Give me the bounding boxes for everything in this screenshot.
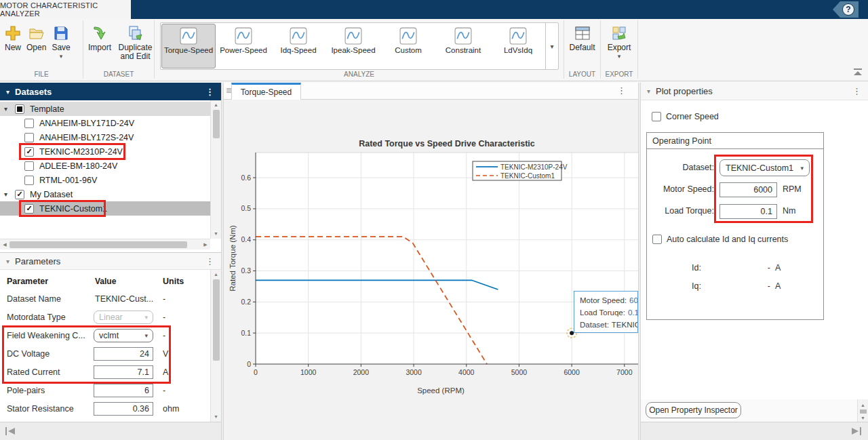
parameters-panel-header[interactable]: ▾ Parameters ⋮ xyxy=(0,252,221,270)
plot-properties-scrollbar[interactable]: ▲ ▼ xyxy=(857,399,868,424)
scrollbar-thumb[interactable] xyxy=(9,241,187,248)
scrollbar-thumb[interactable] xyxy=(213,279,220,361)
data-tip: Motor Speed:6000 Load Toruqe:0.1 Dataset… xyxy=(574,291,638,333)
gallery-item-power-speed[interactable]: Power-Speed xyxy=(216,24,271,68)
gallery-item-custom[interactable]: Custom xyxy=(381,24,435,68)
scroll-down-icon[interactable]: ▼ xyxy=(214,229,218,239)
operating-point-dataset-dropdown[interactable]: TEKNIC-Custom1 ▾ xyxy=(719,159,810,176)
datasets-panel-header[interactable]: ▾ Datasets ⋮ xyxy=(0,83,221,100)
svg-text:Rated Torque (Nm): Rated Torque (Nm) xyxy=(229,225,237,292)
tree-item-my-dataset[interactable]: ▾ ✓ My Dataset xyxy=(0,187,210,201)
rated-current-input[interactable] xyxy=(94,365,153,379)
gallery-item-ipeak-speed[interactable]: Ipeak-Speed xyxy=(326,24,380,68)
datasets-menu-icon[interactable]: ⋮ xyxy=(205,87,214,97)
scroll-up-icon[interactable]: ▲ xyxy=(214,100,218,110)
parameters-table: Parameter Value Units Dataset Name TEKNI… xyxy=(0,270,210,422)
document-menu-icon[interactable]: ⋮ xyxy=(617,85,626,96)
dataset-checkbox[interactable] xyxy=(24,119,34,128)
tree-item-teknic-m2310p[interactable]: ✓ TEKNIC-M2310P-24V xyxy=(0,144,210,159)
chevron-down-icon: ▾ xyxy=(144,314,148,321)
collapse-plot-properties-icon[interactable]: ▾ xyxy=(647,87,650,95)
import-button[interactable]: Import xyxy=(88,20,111,61)
corner-speed-checkbox[interactable] xyxy=(652,112,661,121)
tree-item-anaheim-bly172s[interactable]: ANAHEIM-BLY172S-24V xyxy=(0,130,210,144)
dc-voltage-input[interactable] xyxy=(94,347,153,361)
chevron-down-icon[interactable]: ▾ xyxy=(4,105,12,113)
open-property-inspector-button[interactable]: Open Property Inspector xyxy=(646,402,741,418)
right-panel-bottom-bar xyxy=(641,422,868,440)
tree-item-rtml-001[interactable]: RTML-001-96V xyxy=(0,173,210,187)
collapse-parameters-icon[interactable]: ▾ xyxy=(6,258,9,265)
svg-text:4000: 4000 xyxy=(458,368,475,376)
save-dropdown-icon[interactable]: ▾ xyxy=(60,54,63,59)
document-area: ≣ Torque-Speed ⋮ 01000200030004000500060… xyxy=(224,83,638,440)
collapse-panel-left-icon[interactable] xyxy=(5,427,16,435)
tab-torque-speed[interactable]: Torque-Speed xyxy=(231,83,301,100)
export-group-label: EXPORT xyxy=(601,71,637,78)
gallery-item-constraint[interactable]: Constraint xyxy=(436,24,490,68)
open-button[interactable]: Open xyxy=(26,20,46,59)
scroll-down-icon[interactable]: ▼ xyxy=(861,415,865,421)
stator-resistance-input[interactable] xyxy=(94,402,153,416)
chevron-down-icon: ▾ xyxy=(800,165,804,172)
tree-item-teknic-custom1[interactable]: ✓ TEKNIC-Custom1 xyxy=(0,201,210,216)
scroll-right-icon[interactable]: ▶ xyxy=(201,242,210,247)
toolstrip-tab-motor-characteristic-analyzer[interactable]: MOTOR CHARACTERISTIC ANALYZER xyxy=(0,0,131,19)
scroll-up-icon[interactable]: ▲ xyxy=(861,402,865,408)
plot-properties-header[interactable]: ▾ Plot properties ⋮ xyxy=(641,83,868,100)
field-weakening-dropdown[interactable]: vclmt ▾ xyxy=(94,329,153,342)
dataset-checkbox[interactable] xyxy=(24,161,34,171)
help-button[interactable]: ? xyxy=(833,1,859,18)
new-button[interactable]: New xyxy=(5,20,21,59)
datasets-horizontal-scrollbar[interactable]: ◀ ▶ xyxy=(0,239,210,249)
dataset-field-row: Dataset: TEKNIC-Custom1 ▾ xyxy=(647,159,823,177)
parameters-vertical-scrollbar[interactable]: ▲ ▼ xyxy=(210,270,221,422)
export-dropdown-icon[interactable]: ▾ xyxy=(618,54,621,59)
tree-item-adlee-bm-180[interactable]: ADLEE-BM-180-24V xyxy=(0,159,210,173)
scroll-left-icon[interactable]: ◀ xyxy=(0,242,9,247)
load-torque-input[interactable] xyxy=(719,204,777,219)
svg-text:Rated Torque vs Speed Drive Ch: Rated Torque vs Speed Drive Characterist… xyxy=(359,139,535,148)
scroll-down-icon[interactable]: ▼ xyxy=(214,412,218,422)
collapse-ribbon-icon[interactable] xyxy=(853,68,863,78)
expand-panel-right-icon[interactable] xyxy=(851,427,861,435)
chevron-down-icon[interactable]: ▾ xyxy=(4,191,12,198)
torque-speed-chart[interactable]: 0100020003000400050006000700000.10.20.30… xyxy=(224,100,638,440)
help-icon: ? xyxy=(842,3,854,16)
dataset-checkbox[interactable] xyxy=(24,176,34,185)
export-button[interactable]: Export ▾ xyxy=(608,20,631,59)
datasets-vertical-scrollbar[interactable]: ▲ ▼ xyxy=(210,100,221,239)
iq-row: Iq: - A xyxy=(647,280,823,294)
dataset-checkbox[interactable]: ✓ xyxy=(24,204,34,214)
main-area: ▾ Datasets ⋮ ▾ Template ANAHEIM-BLY171D-… xyxy=(0,83,868,440)
tree-item-template[interactable]: ▾ Template xyxy=(0,102,210,116)
plot-properties-menu-icon[interactable]: ⋮ xyxy=(852,86,861,96)
my-dataset-checkbox[interactable]: ✓ xyxy=(15,190,24,199)
sine-curve-icon xyxy=(235,27,252,45)
pole-pairs-input[interactable] xyxy=(94,384,153,397)
analyze-panel: ▾ Analyze ⋮ Corner Speed Operating Point… xyxy=(641,83,868,440)
tree-item-anaheim-bly171d[interactable]: ANAHEIM-BLY171D-24V xyxy=(0,116,210,130)
default-layout-button[interactable]: Default xyxy=(569,20,595,52)
scrollbar-thumb[interactable] xyxy=(213,110,220,138)
open-folder-icon xyxy=(28,25,45,41)
parameters-menu-icon[interactable]: ⋮ xyxy=(205,256,214,266)
template-checkbox[interactable] xyxy=(15,104,24,114)
scroll-up-icon[interactable]: ▲ xyxy=(214,270,218,279)
gallery-item-torque-speed[interactable]: Torque-Speed xyxy=(161,24,216,68)
gallery-item-ldvsidq[interactable]: LdVsIdq xyxy=(491,24,545,68)
motor-speed-input[interactable] xyxy=(719,182,777,197)
duplicate-and-edit-button[interactable]: Duplicate and Edit xyxy=(117,20,154,61)
new-plus-icon xyxy=(5,25,21,41)
auto-calc-checkbox[interactable] xyxy=(652,235,662,244)
ribbon: New Open Save ▾ xyxy=(0,19,868,81)
ribbon-group-dataset: Import Duplicate and Edit DATASET xyxy=(83,20,155,79)
layout-grid-icon xyxy=(574,25,591,41)
dataset-checkbox[interactable] xyxy=(24,133,34,142)
collapse-datasets-icon[interactable]: ▾ xyxy=(6,88,9,96)
gallery-item-idq-speed[interactable]: Idq-Speed xyxy=(271,24,326,68)
dataset-checkbox[interactable]: ✓ xyxy=(24,147,34,157)
save-button[interactable]: Save ▾ xyxy=(52,20,70,59)
gallery-dropdown-button[interactable]: ▾ xyxy=(545,23,558,69)
scrollbar-thumb[interactable] xyxy=(860,409,867,414)
